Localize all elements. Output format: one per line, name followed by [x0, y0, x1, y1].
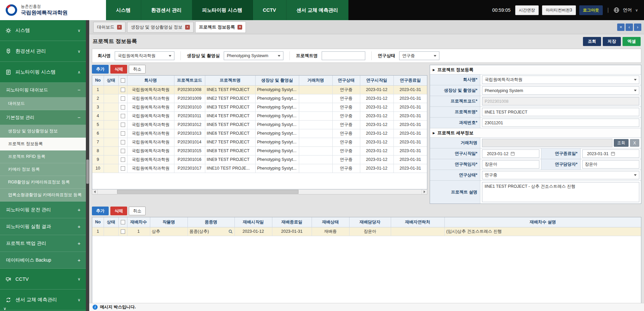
row-checkbox[interactable] [121, 149, 125, 153]
vertical-scrollbar[interactable] [86, 20, 89, 311]
delete-row-button[interactable]: 삭제 [110, 65, 127, 74]
sidebar-item-chlorophyll-camera-coord[interactable]: 엽록소형광촬영실 카메라좌표정보 등록 [0, 189, 86, 202]
row-checkbox[interactable] [121, 123, 125, 127]
row-checkbox[interactable] [121, 140, 125, 144]
project-name-field[interactable]: lINE1 TEST PROJECT [482, 108, 639, 116]
sidebar-item-database-backup[interactable]: 데이타베이스 Backup + [0, 252, 86, 269]
task-number-field[interactable]: 23011201 [482, 119, 639, 127]
tab-project-register[interactable]: 프로젝트 정보등록 × [195, 21, 246, 33]
table-row[interactable]: 9 국립원예특작과학원 P202301016 lINE9 TEST PROJEC… [92, 155, 427, 164]
row-checkbox[interactable] [121, 96, 125, 101]
row-checkbox[interactable] [121, 88, 125, 92]
select-all-checkbox[interactable] [121, 220, 125, 224]
row-checkbox[interactable] [121, 229, 125, 234]
sidebar-item-env-sensor[interactable]: 환경센서 관리 ∨ [0, 41, 86, 62]
calendar-icon[interactable] [511, 151, 536, 156]
client-search-button[interactable]: 조회 [614, 139, 629, 147]
end-date-input[interactable]: 2023-01-31 [582, 149, 640, 158]
next-tab-button[interactable]: › [634, 24, 641, 31]
table-row[interactable]: 2 국립원예특작과학원 P202301009 lINE2 TEST PROJEC… [92, 94, 427, 103]
nav-item-cctv[interactable]: CCTV [253, 0, 286, 20]
chamber-filter-select[interactable]: Phenotyping Systewm [224, 51, 283, 60]
table-row[interactable]: 1 1 상추 품종(상추) [92, 227, 641, 236]
col-manager[interactable]: 재배담당자 [349, 217, 391, 227]
sidebar-item-experiment-result[interactable]: 피노타이핑 실험 결과 + [0, 218, 86, 235]
col-company[interactable]: 회사명 [127, 76, 174, 85]
col-end[interactable]: 연구종료일 [393, 76, 427, 85]
col-start[interactable]: 연구시작일 [360, 76, 393, 85]
prev-tab-button[interactable]: ‹ [626, 24, 633, 31]
col-state[interactable]: 상태 [104, 76, 118, 85]
row-checkbox[interactable] [121, 105, 125, 109]
scrollbar-thumb[interactable] [117, 190, 299, 194]
language-label[interactable]: 언어 [623, 7, 632, 13]
nav-item-phenotyping[interactable]: 피노타이핑 시스템 [192, 0, 253, 20]
tab-chamber-info[interactable]: 생장상 및 영상촬영실 정보 × [127, 22, 194, 33]
sidebar-item-project-backup[interactable]: 프로젝트 백업 관리 + [0, 235, 86, 252]
logout-button[interactable]: 로그아웃 [579, 5, 603, 15]
col-no[interactable]: No [92, 76, 104, 85]
row-checkbox[interactable] [121, 166, 125, 171]
col-client[interactable]: 거래처명 [299, 76, 332, 85]
col-chamber[interactable]: 생장상 및 촬영실 [255, 76, 299, 85]
table-row[interactable]: 8 국립원예특작과학원 P202301015 lINE8 TEST PROJEC… [92, 146, 427, 155]
close-icon[interactable]: × [237, 25, 242, 30]
account-button[interactable]: 아이티컨버전3 [542, 5, 576, 15]
close-icon[interactable]: × [117, 25, 122, 30]
scroll-right-arrow[interactable] [422, 189, 427, 194]
col-name[interactable]: 프로젝트명 [205, 76, 255, 85]
save-button[interactable]: 저장 [603, 37, 621, 46]
col-code[interactable]: 프로젝트코드 [174, 76, 205, 85]
nav-item-system[interactable]: 시스템 [106, 0, 141, 20]
table-row[interactable]: 6 국립원예특작과학원 P202301013 lINE6 TEST PROJEC… [92, 129, 427, 138]
col-variety[interactable]: 품종명 [187, 217, 234, 227]
col-status[interactable]: 연구상태 [332, 76, 360, 85]
table-row[interactable]: 1 국립원예특작과학원 P202301008 lINE1 TEST PROJEC… [92, 85, 427, 94]
col-grow-status[interactable]: 재배상태 [312, 217, 349, 227]
sidebar-item-sensor-predict[interactable]: 센서 교체 예측관리 ∨ [0, 290, 86, 310]
sidebar-item-system[interactable]: 시스템 ∨ [0, 20, 86, 41]
vertical-scrollbar-thumb[interactable] [86, 160, 89, 184]
leader-input[interactable]: 장윤아 [482, 160, 539, 169]
close-icon[interactable]: × [185, 25, 190, 30]
chevron-down-icon[interactable]: ∨ [635, 8, 638, 12]
research-status-select[interactable]: 연구중 [482, 171, 639, 179]
col-end[interactable]: 재배종료일 [272, 217, 312, 227]
company-filter-select[interactable]: 국립원예특작과학원 [115, 51, 174, 60]
globe-icon[interactable] [613, 7, 620, 13]
nav-item-env-sensor[interactable]: 환경센서 관리 [141, 0, 192, 20]
table-row[interactable]: 7 국립원예특작과학원 P202301014 lINE7 TEST PROJEC… [92, 138, 427, 146]
col-start[interactable]: 재배시작일 [234, 217, 272, 227]
sidebar-item-project-rfid[interactable]: 프로젝트 RFID 등록 [0, 150, 86, 163]
delete-row-button[interactable]: 삭제 [110, 207, 127, 215]
sidebar-item-rgb-camera-coord[interactable]: RGB촬영실 카메라좌표정보 등록 [0, 176, 86, 189]
sidebar-item-basic-info[interactable]: 기본정보 관리 − [0, 110, 86, 125]
sidebar-item-chamber-info[interactable]: 생장상 및 영상촬영실 정보 [0, 125, 86, 138]
scroll-left-arrow[interactable] [92, 189, 98, 194]
table-row[interactable]: 10 국립원예특작과학원 P202301017 lINE10 TEST PROJ… [92, 164, 427, 173]
calendar-icon[interactable] [611, 151, 637, 156]
row-checkbox[interactable] [121, 114, 125, 118]
start-date-input[interactable]: 2023-01-12 [482, 149, 539, 158]
col-state[interactable]: 상태 [104, 217, 118, 227]
col-no[interactable]: No [92, 217, 104, 227]
company-select[interactable]: 국립원예특작과학원 [482, 76, 639, 84]
sidebar-item-project-register[interactable]: 프로젝트 정보등록 [0, 138, 86, 150]
project-name-input[interactable] [322, 51, 365, 60]
sidebar-item-phenotyping[interactable]: 피노타이핑 시스템 ∧ [0, 62, 86, 83]
horizontal-scrollbar[interactable] [92, 189, 427, 194]
search-icon[interactable] [228, 229, 233, 234]
project-desc-textarea[interactable]: lINE1 TEST PROJECT - 상추 건조스트레스 진행 [482, 182, 639, 202]
excel-button[interactable]: 엑셀 [623, 37, 641, 46]
sidebar-item-camera-info[interactable]: 카메라 정보 등록 [0, 163, 86, 176]
col-crop[interactable]: 작물명 [150, 217, 187, 227]
cancel-button[interactable]: 취소 [129, 207, 146, 215]
close-all-tabs-button[interactable]: × [617, 24, 625, 31]
sidebar-item-dashboard[interactable]: 대쉬보드 [0, 97, 86, 110]
table-row[interactable]: 3 국립원예특작과학원 P202301010 lINE3 TEST PROJEC… [92, 103, 427, 112]
col-desc[interactable]: 재배차수 설명 [444, 217, 641, 227]
select-all-checkbox[interactable] [121, 78, 125, 83]
col-contact[interactable]: 재배자연락처 [391, 217, 444, 227]
table-row[interactable]: 4 국립원예특작과학원 P202301011 lINE4 TEST PROJEC… [92, 112, 427, 120]
search-button[interactable]: 조회 [583, 37, 601, 46]
